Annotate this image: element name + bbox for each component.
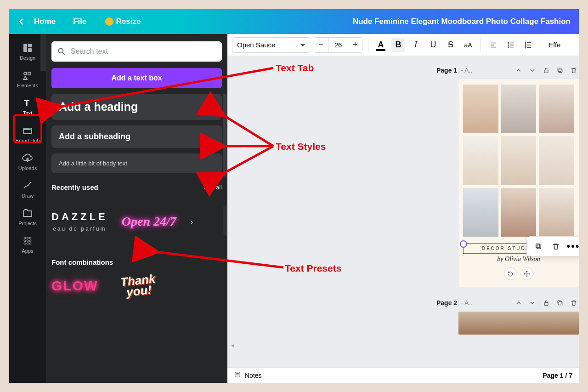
- document-title[interactable]: Nude Feminine Elegant Moodboard Photo Co…: [353, 17, 571, 26]
- canvas-hscroll-left[interactable]: ◂: [231, 341, 238, 349]
- duplicate-element-icon[interactable]: [533, 241, 543, 251]
- letter-case-button[interactable]: aA: [461, 38, 475, 52]
- svg-point-3: [24, 72, 27, 75]
- svg-rect-34: [558, 68, 561, 71]
- rail-uploads[interactable]: Uploads: [14, 153, 41, 171]
- search-text[interactable]: [51, 41, 222, 62]
- presets-next[interactable]: ›: [190, 216, 193, 227]
- page2-label: Page 2: [436, 299, 457, 307]
- back-button[interactable]: [17, 17, 26, 26]
- bold-button[interactable]: B: [391, 38, 405, 52]
- artboard-controls: [463, 267, 574, 280]
- page1-duplicate-icon[interactable]: [555, 65, 565, 75]
- page2-down[interactable]: [527, 298, 537, 308]
- svg-rect-1: [28, 44, 32, 47]
- page1-delete-icon[interactable]: [569, 65, 579, 75]
- font-select[interactable]: Open Sauce: [232, 37, 310, 53]
- notes-icon[interactable]: [234, 371, 241, 380]
- page1-lock-icon[interactable]: [541, 65, 551, 75]
- more-options-icon[interactable]: •••: [568, 241, 578, 251]
- recently-used-header: Recently used See all: [51, 183, 222, 191]
- rail-elements[interactable]: Elements: [14, 70, 41, 88]
- rail-apps[interactable]: Apps: [14, 235, 41, 254]
- notes-button[interactable]: Notes: [245, 372, 262, 379]
- preset-dazzle-sub: eau de parfum: [51, 226, 108, 232]
- thumb[interactable]: [539, 136, 574, 185]
- home-link[interactable]: Home: [34, 17, 56, 26]
- spacing-button[interactable]: [521, 38, 535, 52]
- text-color-button[interactable]: A: [374, 38, 388, 52]
- add-subheading-button[interactable]: Add a subheading: [51, 125, 222, 148]
- resize-button[interactable]: Resize: [105, 17, 141, 26]
- list-button[interactable]: [504, 38, 518, 52]
- move-icon[interactable]: [520, 267, 533, 280]
- svg-rect-33: [559, 69, 562, 72]
- strikethrough-button[interactable]: S: [444, 38, 458, 52]
- resize-label: Resize: [116, 17, 141, 26]
- svg-line-19: [63, 53, 65, 55]
- italic-button[interactable]: I: [409, 38, 423, 52]
- thumb[interactable]: [501, 85, 537, 133]
- preset-open-247[interactable]: Open 24/7: [122, 214, 176, 229]
- rail-design[interactable]: Design: [14, 42, 41, 61]
- thumb[interactable]: [463, 188, 498, 237]
- add-text-box-button[interactable]: Add a text box: [51, 68, 222, 88]
- rail-text[interactable]: T Text: [14, 97, 41, 116]
- page2-subtitle: - A..: [461, 299, 472, 307]
- rail-projects-label: Projects: [18, 221, 37, 226]
- font-size-increase[interactable]: +: [348, 38, 362, 52]
- svg-point-17: [29, 243, 31, 244]
- svg-rect-0: [23, 44, 27, 52]
- page2-up[interactable]: [514, 298, 524, 308]
- byline-text[interactable]: by Olivia Wilson: [463, 256, 574, 263]
- svg-point-10: [27, 237, 28, 239]
- canvas-area: Open Sauce − + A B I U S aA Effe: [227, 34, 579, 383]
- page1-down[interactable]: [527, 65, 537, 75]
- page-counter[interactable]: Page 1 / 7: [543, 372, 572, 379]
- thumb[interactable]: [501, 188, 537, 237]
- add-heading-button[interactable]: Add a heading: [51, 94, 222, 120]
- rail-projects[interactable]: Projects: [14, 208, 41, 226]
- preset-dazzle[interactable]: DAZZLE eau de parfum: [51, 211, 108, 232]
- effects-button[interactable]: Effe: [548, 41, 560, 49]
- page2-delete-icon[interactable]: [569, 298, 579, 308]
- separator: [541, 38, 541, 52]
- rotate-icon[interactable]: [504, 267, 517, 280]
- file-menu[interactable]: File: [73, 17, 86, 26]
- see-all-link[interactable]: See all: [204, 184, 222, 191]
- rail-scrollbar[interactable]: [40, 34, 46, 71]
- align-button[interactable]: [486, 38, 500, 52]
- svg-point-27: [508, 46, 509, 47]
- svg-rect-2: [28, 48, 32, 52]
- underline-button[interactable]: U: [426, 38, 440, 52]
- combo-thank-you[interactable]: Thank you!: [120, 273, 157, 299]
- separator: [368, 38, 368, 52]
- search-input[interactable]: [71, 47, 216, 56]
- panel-scrollbar[interactable]: [223, 94, 226, 176]
- page1-up[interactable]: [514, 65, 524, 75]
- page2-artboard[interactable]: [458, 312, 579, 335]
- history-actions: [162, 17, 187, 26]
- rail-draw[interactable]: Draw: [14, 180, 41, 199]
- thumb[interactable]: [539, 85, 574, 133]
- thumb[interactable]: [463, 136, 498, 185]
- rail-elements-label: Elements: [17, 83, 38, 88]
- element-context-menu: •••: [526, 236, 579, 256]
- page2-duplicate-icon[interactable]: [555, 298, 565, 308]
- combo-glow[interactable]: GLOW: [51, 278, 98, 294]
- font-size-decrease[interactable]: −: [314, 38, 328, 52]
- font-size-input[interactable]: [328, 38, 348, 52]
- separator: [481, 38, 481, 52]
- delete-element-icon[interactable]: [551, 241, 561, 251]
- thumb[interactable]: [501, 136, 537, 185]
- add-body-text-button[interactable]: Add a little bit of body text: [51, 153, 222, 173]
- text-presets-row: DAZZLE eau de parfum Open 24/7 ›: [51, 199, 222, 244]
- page2-lock-icon[interactable]: [541, 298, 551, 308]
- rail-apps-label: Apps: [22, 248, 33, 254]
- page1-artboard[interactable]: DECOR STUDIO & CO. by Olivia Wilson •••: [458, 79, 579, 287]
- svg-point-14: [29, 240, 31, 242]
- thumb[interactable]: [539, 188, 574, 237]
- svg-point-23: [508, 42, 509, 43]
- svg-point-11: [29, 237, 31, 239]
- thumb[interactable]: [463, 85, 498, 133]
